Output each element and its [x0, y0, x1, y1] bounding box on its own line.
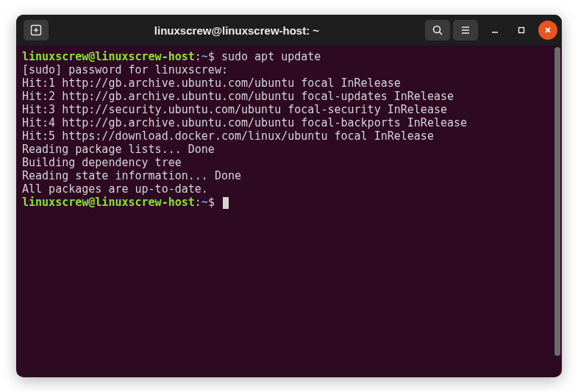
- cursor: [223, 197, 229, 209]
- search-button[interactable]: [425, 20, 450, 40]
- svg-point-3: [434, 26, 440, 33]
- svg-rect-9: [519, 28, 524, 33]
- terminal-output[interactable]: linuxscrew@linuxscrew-host:~$ sudo apt u…: [16, 46, 553, 377]
- scrollbar[interactable]: [553, 46, 562, 377]
- terminal-window: linuxscrew@linuxscrew-host: ~: [16, 15, 562, 377]
- minimize-button[interactable]: [485, 21, 504, 40]
- terminal-area[interactable]: linuxscrew@linuxscrew-host:~$ sudo apt u…: [16, 46, 562, 377]
- svg-line-4: [440, 32, 443, 35]
- window-title: linuxscrew@linuxscrew-host: ~: [49, 24, 425, 37]
- new-tab-button[interactable]: [24, 20, 49, 40]
- menu-button[interactable]: [453, 20, 478, 40]
- scrollbar-thumb[interactable]: [554, 47, 560, 356]
- close-button[interactable]: [538, 21, 557, 40]
- titlebar: linuxscrew@linuxscrew-host: ~: [16, 15, 562, 46]
- maximize-button[interactable]: [512, 21, 531, 40]
